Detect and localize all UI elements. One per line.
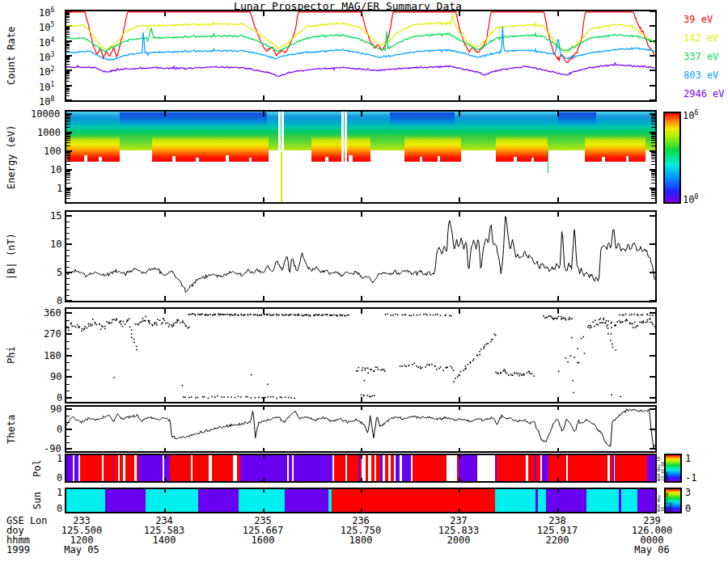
count-rate-axis-label: Count Rate — [6, 23, 16, 89]
axis-tick — [557, 112, 559, 116]
axis-tick — [66, 161, 70, 162]
axis-tick — [361, 478, 362, 481]
axis-tick — [66, 158, 70, 159]
axis-tick — [651, 137, 655, 137]
count-rate-ytick-label: 102 — [39, 65, 54, 77]
bmag-axis-label: |B| (nT) — [6, 223, 16, 289]
bmag-ytick-label: 0 — [57, 296, 62, 306]
axis-tick — [66, 120, 70, 120]
axis-tick — [651, 124, 655, 125]
sun-colorbar-max: 3 — [685, 488, 691, 497]
axis-tick — [651, 190, 655, 191]
axis-tick — [651, 136, 655, 137]
axis-tick — [651, 161, 655, 162]
plot-timestamp-vertical: Wed May 19 23:43:48 1999 — [657, 489, 673, 512]
axis-tick — [66, 117, 70, 118]
axis-tick — [66, 142, 70, 143]
axis-tick — [164, 478, 166, 481]
axis-tick — [361, 112, 362, 116]
energy-ytick-label: 10 — [50, 165, 61, 175]
axis-tick — [651, 154, 655, 155]
axis-tick — [164, 197, 166, 202]
sun-colorbar-min: 0 — [685, 504, 691, 513]
axis-tick — [66, 154, 70, 155]
axis-tick — [557, 455, 559, 458]
axis-tick — [66, 115, 70, 116]
axis-tick — [66, 124, 70, 125]
axis-tick — [66, 177, 70, 178]
axis-tick — [164, 112, 166, 116]
axis-tick — [66, 171, 70, 172]
bmag-ytick-label: 15 — [50, 211, 61, 221]
axis-tick — [651, 152, 655, 153]
theta-ytick-label: 90 — [50, 404, 61, 414]
axis-tick — [361, 509, 362, 512]
lunar-prospector-summary-plot: Lunar Prospector MAG/ER Summary Data 100… — [0, 0, 728, 566]
axis-tick — [459, 112, 460, 116]
axis-tick — [651, 175, 655, 176]
axis-tick — [66, 190, 70, 191]
axis-tick — [651, 142, 655, 143]
axis-tick — [66, 192, 70, 193]
axis-tick — [651, 157, 655, 158]
axis-tick — [651, 164, 655, 165]
bmag-ytick-label: 10 — [50, 239, 61, 249]
pol-colorbar-min: -1 — [685, 473, 696, 483]
bmag-ytick-label: 5 — [57, 268, 62, 277]
spectrogram-colorbar-frame — [663, 112, 681, 204]
phi-axis-label: Phi — [6, 320, 16, 391]
sun-axis-label: Sun — [32, 489, 42, 512]
axis-tick — [66, 136, 70, 137]
spectrogram-colorbar-max: 106 — [683, 108, 698, 120]
axis-tick — [651, 194, 655, 195]
x-axis-value: 1800 — [348, 535, 374, 545]
axis-tick — [66, 157, 70, 158]
energy-ytick-label: 100 — [44, 146, 61, 156]
axis-tick — [66, 194, 70, 195]
axis-tick — [651, 177, 655, 178]
phi-ytick-label: 270 — [44, 329, 61, 339]
plot-timestamp-vertical: Wed May 19 23:43:48 1999 — [657, 455, 669, 481]
pol-colorbar-max: 1 — [685, 454, 691, 463]
axis-tick — [651, 120, 655, 120]
axis-tick — [66, 171, 70, 171]
axis-tick — [263, 112, 265, 116]
energy-axis-label: Energy (eV) — [6, 116, 16, 197]
axis-tick — [651, 196, 655, 196]
axis-tick — [651, 140, 655, 141]
count-rate-ytick-label: 100 — [39, 95, 54, 107]
pol-axis-label: Pol — [32, 455, 42, 481]
axis-tick — [164, 489, 166, 492]
axis-tick — [66, 116, 70, 116]
axis-tick — [66, 140, 70, 141]
legend-item-337eV: 337 eV — [684, 52, 718, 61]
axis-tick — [651, 121, 655, 122]
legend-item-142eV: 142 eV — [684, 33, 718, 43]
axis-tick — [66, 173, 70, 174]
axis-tick — [164, 455, 166, 458]
axis-tick — [651, 155, 655, 156]
count-rate-ytick-label: 105 — [39, 20, 54, 32]
axis-tick — [651, 146, 655, 146]
axis-tick — [66, 134, 70, 135]
axis-tick — [361, 455, 362, 458]
pol-ytick-top: 1 — [57, 454, 62, 463]
axis-tick — [459, 197, 460, 202]
energy-ytick-label: 1000 — [37, 128, 61, 137]
axis-tick — [651, 116, 655, 116]
axis-tick — [651, 118, 655, 119]
theta-axis-label: Theta — [6, 408, 16, 450]
axis-tick — [651, 153, 655, 154]
axis-tick — [651, 192, 655, 192]
sun-ytick-bottom: 0 — [57, 504, 62, 513]
axis-tick — [66, 180, 70, 180]
axis-tick — [651, 133, 655, 134]
axis-tick — [651, 171, 655, 171]
axis-tick — [651, 189, 655, 190]
phi-ytick-label: 360 — [44, 308, 61, 318]
bmag-plot — [66, 212, 655, 301]
axis-tick — [459, 455, 460, 458]
axis-tick — [361, 197, 362, 202]
axis-tick — [557, 478, 559, 481]
axis-tick — [459, 489, 460, 492]
